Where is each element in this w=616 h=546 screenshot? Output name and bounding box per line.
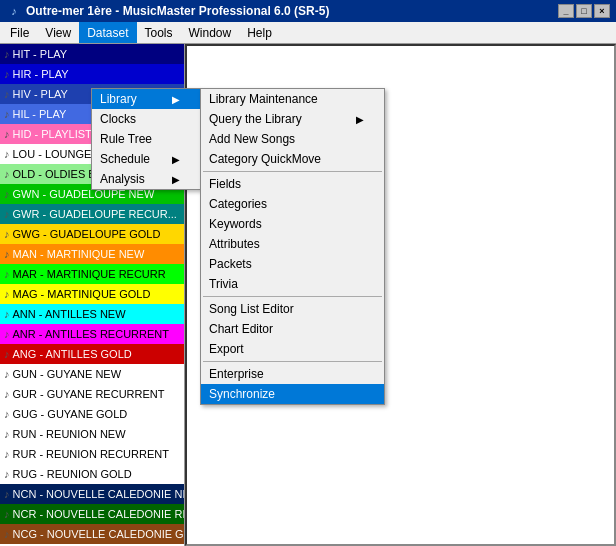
list-item[interactable]: ♪ HIR - PLAY <box>0 64 184 84</box>
note-icon: ♪ <box>4 268 10 280</box>
note-icon: ♪ <box>4 228 10 240</box>
close-button[interactable]: × <box>594 4 610 18</box>
menu-view[interactable]: View <box>37 22 79 43</box>
library-query-item[interactable]: Query the Library ▶ <box>201 109 384 129</box>
note-icon: ♪ <box>4 68 10 80</box>
list-item[interactable]: ♪ MAN - MARTINIQUE NEW <box>0 244 184 264</box>
library-quickmove-item[interactable]: Category QuickMove <box>201 149 384 169</box>
library-export-item[interactable]: Export <box>201 339 384 359</box>
library-songlist-item[interactable]: Song List Editor <box>201 299 384 319</box>
note-icon: ♪ <box>4 208 10 220</box>
list-item[interactable]: ♪ RUR - REUNION RECURRENT <box>0 444 184 464</box>
library-packets-item[interactable]: Packets <box>201 254 384 274</box>
menu-file[interactable]: File <box>2 22 37 43</box>
note-icon: ♪ <box>4 448 10 460</box>
note-icon: ♪ <box>4 168 10 180</box>
note-icon: ♪ <box>4 508 10 520</box>
note-icon: ♪ <box>4 488 10 500</box>
note-icon: ♪ <box>4 328 10 340</box>
list-item[interactable]: ♪ GUN - GUYANE NEW <box>0 364 184 384</box>
library-maintenance-item[interactable]: Library Maintenance <box>201 89 384 109</box>
library-add-songs-item[interactable]: Add New Songs <box>201 129 384 149</box>
library-submenu: Library Maintenance Query the Library ▶ … <box>200 88 385 405</box>
note-icon: ♪ <box>4 428 10 440</box>
separator <box>203 296 382 297</box>
menu-bar: File View Dataset Tools Window Help <box>0 22 616 44</box>
submenu-arrow: ▶ <box>172 174 180 185</box>
minimize-button[interactable]: _ <box>558 4 574 18</box>
list-item[interactable]: ♪ RUG - REUNION GOLD <box>0 464 184 484</box>
window-title: Outre-mer 1ère - MusicMaster Professiona… <box>26 4 558 18</box>
dataset-ruletree-item[interactable]: Rule Tree <box>92 129 200 149</box>
note-icon: ♪ <box>4 348 10 360</box>
note-icon: ♪ <box>4 468 10 480</box>
window-controls[interactable]: _ □ × <box>558 4 610 18</box>
menu-tools[interactable]: Tools <box>137 22 181 43</box>
list-item[interactable]: ♪ NCR - NOUVELLE CALEDONIE RECURRENT <box>0 504 184 524</box>
dataset-clocks-item[interactable]: Clocks <box>92 109 200 129</box>
main-content: ♪ HIT - PLAY ♪ HIR - PLAY ♪ HIV - PLAY ♪… <box>0 44 616 546</box>
note-icon: ♪ <box>4 288 10 300</box>
list-item[interactable]: ♪ GUG - GUYANE GOLD <box>0 404 184 424</box>
menu-dataset[interactable]: Dataset <box>79 22 136 43</box>
list-item[interactable]: ♪ NCN - NOUVELLE CALEDONIE NEW <box>0 484 184 504</box>
library-enterprise-item[interactable]: Enterprise <box>201 364 384 384</box>
note-icon: ♪ <box>4 388 10 400</box>
list-item[interactable]: ♪ HIT - PLAY <box>0 44 184 64</box>
list-item[interactable]: ♪ NCG - NOUVELLE CALEDONIE GOLD <box>0 524 184 544</box>
note-icon: ♪ <box>4 48 10 60</box>
library-attributes-item[interactable]: Attributes <box>201 234 384 254</box>
library-categories-item[interactable]: Categories <box>201 194 384 214</box>
submenu-arrow: ▶ <box>172 94 180 105</box>
list-item[interactable]: ♪ GWG - GUADELOUPE GOLD <box>0 224 184 244</box>
library-keywords-item[interactable]: Keywords <box>201 214 384 234</box>
list-item[interactable]: ♪ GWR - GUADELOUPE RECUR... <box>0 204 184 224</box>
title-bar: ♪ Outre-mer 1ère - MusicMaster Professio… <box>0 0 616 22</box>
list-item[interactable]: ♪ ANG - ANTILLES GOLD <box>0 344 184 364</box>
list-item[interactable]: ♪ ANR - ANTILLES RECURRENT <box>0 324 184 344</box>
note-icon: ♪ <box>4 408 10 420</box>
dataset-analysis-item[interactable]: Analysis ▶ <box>92 169 200 189</box>
library-trivia-item[interactable]: Trivia <box>201 274 384 294</box>
note-icon: ♪ <box>4 368 10 380</box>
submenu-arrow: ▶ <box>356 114 364 125</box>
separator <box>203 171 382 172</box>
dataset-menu-popup: Library ▶ Clocks Rule Tree Schedule ▶ An… <box>91 88 201 190</box>
menu-window[interactable]: Window <box>181 22 240 43</box>
list-item[interactable]: ♪ RUN - REUNION NEW <box>0 424 184 444</box>
note-icon: ♪ <box>4 248 10 260</box>
submenu-arrow: ▶ <box>172 154 180 165</box>
list-item[interactable]: ♪ ANN - ANTILLES NEW <box>0 304 184 324</box>
library-charteditor-item[interactable]: Chart Editor <box>201 319 384 339</box>
dataset-library-item[interactable]: Library ▶ <box>92 89 200 109</box>
library-synchronize-item[interactable]: Synchronize <box>201 384 384 404</box>
list-item[interactable]: ♪ MAG - MARTINIQUE GOLD <box>0 284 184 304</box>
dataset-schedule-item[interactable]: Schedule ▶ <box>92 149 200 169</box>
note-icon: ♪ <box>4 148 10 160</box>
list-item[interactable]: ♪ GUR - GUYANE RECURRENT <box>0 384 184 404</box>
menu-help[interactable]: Help <box>239 22 280 43</box>
note-icon: ♪ <box>4 528 10 540</box>
separator <box>203 361 382 362</box>
app-icon: ♪ <box>6 3 22 19</box>
note-icon: ♪ <box>4 188 10 200</box>
note-icon: ♪ <box>4 128 10 140</box>
note-icon: ♪ <box>4 108 10 120</box>
library-fields-item[interactable]: Fields <box>201 174 384 194</box>
note-icon: ♪ <box>4 308 10 320</box>
list-item[interactable]: ♪ MAR - MARTINIQUE RECURR <box>0 264 184 284</box>
note-icon: ♪ <box>4 88 10 100</box>
maximize-button[interactable]: □ <box>576 4 592 18</box>
